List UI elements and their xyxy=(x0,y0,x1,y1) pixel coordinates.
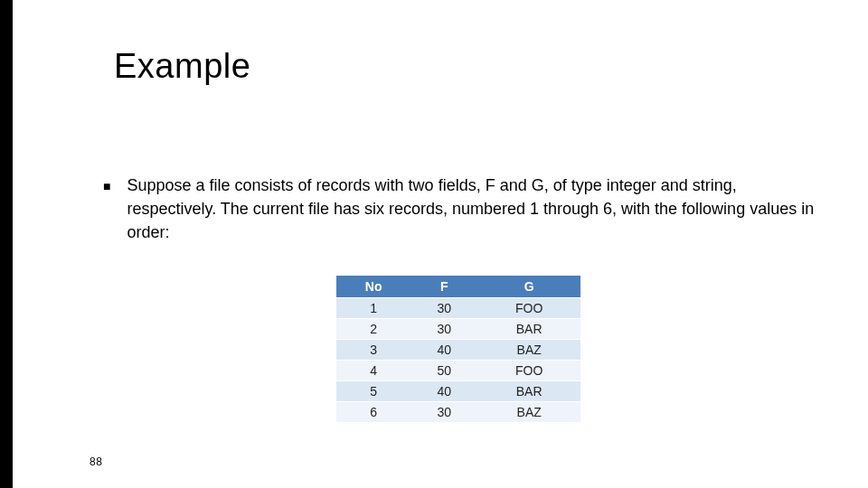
cell-f: 40 xyxy=(410,381,477,402)
records-table-wrap: No F G 1 30 FOO 2 30 BAR 3 40 xyxy=(336,276,580,422)
bullet-item: ■ Suppose a file consists of records wit… xyxy=(103,174,823,244)
col-header-g: G xyxy=(477,276,580,298)
bullet-text: Suppose a file consists of records with … xyxy=(127,174,823,244)
cell-no: 5 xyxy=(336,381,410,402)
cell-no: 3 xyxy=(336,340,410,361)
slide: Example ■ Suppose a file consists of rec… xyxy=(0,0,868,488)
table-row: 5 40 BAR xyxy=(336,381,580,402)
cell-g: BAR xyxy=(477,381,580,402)
cell-f: 40 xyxy=(410,340,477,361)
cell-f: 30 xyxy=(410,319,477,340)
slide-title: Example xyxy=(114,47,250,86)
cell-f: 50 xyxy=(410,361,477,381)
cell-no: 2 xyxy=(336,319,410,340)
cell-g: BAR xyxy=(477,319,580,340)
cell-g: FOO xyxy=(477,298,580,319)
page-number: 88 xyxy=(90,455,102,468)
table-row: 6 30 BAZ xyxy=(336,402,580,423)
table-row: 3 40 BAZ xyxy=(336,340,580,361)
cell-f: 30 xyxy=(410,402,477,423)
cell-g: BAZ xyxy=(477,340,580,361)
cell-f: 30 xyxy=(410,298,477,319)
table-header-row: No F G xyxy=(336,276,580,298)
col-header-no: No xyxy=(336,276,410,298)
cell-no: 4 xyxy=(336,361,410,381)
cell-g: BAZ xyxy=(477,402,580,423)
records-table: No F G 1 30 FOO 2 30 BAR 3 40 xyxy=(336,276,580,422)
table-row: 1 30 FOO xyxy=(336,298,580,319)
cell-no: 1 xyxy=(336,298,410,319)
square-bullet-icon: ■ xyxy=(103,175,110,197)
table-row: 4 50 FOO xyxy=(336,361,580,381)
table-row: 2 30 BAR xyxy=(336,319,580,340)
cell-g: FOO xyxy=(477,361,580,381)
col-header-f: F xyxy=(410,276,477,298)
cell-no: 6 xyxy=(336,402,410,423)
